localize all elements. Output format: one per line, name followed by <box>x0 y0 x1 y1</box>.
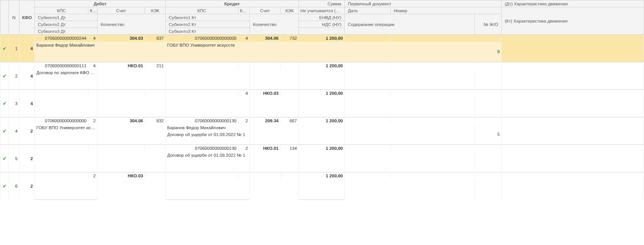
kt-sub2[interactable]: Договор об ущербе от 01.09.2022 № 1 <box>166 131 250 138</box>
kt-qty[interactable] <box>250 97 299 117</box>
row-sum[interactable]: 1 200,00 <box>299 90 345 97</box>
col-debet[interactable]: Дебет <box>35 0 166 7</box>
kt-kfo[interactable] <box>238 172 250 179</box>
row-nds[interactable] <box>299 159 345 165</box>
col-dt-kek[interactable]: КЭК <box>145 7 166 14</box>
dt-qty[interactable] <box>98 97 166 117</box>
dt-sub3[interactable] <box>35 193 98 200</box>
row-sum[interactable]: 1 200,00 <box>299 62 345 69</box>
dt-kek[interactable] <box>145 172 166 179</box>
row-sum-blank[interactable] <box>299 83 345 90</box>
kt-sub2[interactable] <box>166 49 250 55</box>
dt-kps[interactable]: 07060000000000244 <box>35 35 88 42</box>
kt-sub3[interactable] <box>166 55 250 62</box>
kt-sub2[interactable] <box>166 76 250 83</box>
row-soderzh[interactable] <box>345 152 475 172</box>
row-envd[interactable] <box>299 97 345 104</box>
row-soderzh[interactable] <box>345 179 475 200</box>
kt-kps[interactable] <box>166 62 238 69</box>
dt-sub1[interactable]: Договор по зарплате КФО 4 ... <box>35 69 98 76</box>
kt-qty[interactable] <box>250 179 299 200</box>
dt-kps[interactable] <box>35 172 88 179</box>
dt-qty[interactable] <box>98 124 166 145</box>
row-sum-blank[interactable] <box>299 165 345 172</box>
col-summa[interactable]: Сумма <box>299 0 345 7</box>
dt-kps[interactable] <box>35 90 88 97</box>
table-row[interactable]: ✔622НКО.031 200,00 <box>0 172 644 200</box>
col-dtchar[interactable]: (Дт) Характеристика движения <box>502 0 644 7</box>
dt-kek[interactable]: 832 <box>145 117 166 124</box>
dt-sub1[interactable]: Баранов Федор Михайлович <box>35 42 98 49</box>
col-sub1dt[interactable]: Субконто1 Дт <box>35 14 98 21</box>
row-nomer[interactable] <box>391 172 502 179</box>
row-number[interactable]: 1 <box>9 35 20 62</box>
col-primdoc[interactable]: Первичный документ <box>345 0 502 7</box>
row-soderzh[interactable] <box>345 42 475 62</box>
kt-acct[interactable]: НКО.03 <box>250 90 280 97</box>
dt-acct[interactable]: НКО.03 <box>98 172 145 179</box>
row-sum-blank[interactable] <box>299 138 345 145</box>
kt-acct[interactable]: 209.34 <box>250 117 280 124</box>
kt-sub3[interactable] <box>166 138 250 145</box>
col-sub3dt[interactable]: Субконто3 Дт <box>35 28 98 35</box>
dt-sub1[interactable] <box>35 97 98 104</box>
kt-kps[interactable] <box>166 172 238 179</box>
dt-sub2[interactable] <box>35 49 98 55</box>
dt-k[interactable]: 2 <box>88 172 98 179</box>
row-nomer[interactable] <box>391 117 502 124</box>
kt-sub2[interactable] <box>166 159 250 165</box>
dt-sub2[interactable] <box>35 76 98 83</box>
col-ktchar[interactable]: (Кт) Характеристика движения <box>502 7 644 35</box>
kt-kfo[interactable]: 2 <box>238 117 250 124</box>
table-row[interactable]: ✔344НКО.031 200,00 <box>0 90 644 117</box>
row-nds[interactable] <box>299 104 345 110</box>
row-date[interactable] <box>345 145 391 152</box>
col-njo[interactable]: № Ж/О <box>475 14 502 35</box>
row-nds[interactable] <box>299 131 345 138</box>
col-n[interactable]: N <box>9 0 20 35</box>
col-soderzh[interactable]: Содержание операции <box>345 14 475 35</box>
kt-kps[interactable]: 07060000000000130 <box>166 145 238 152</box>
accounting-entries-grid[interactable]: N КФО Дебет Кредит Сумма Первичный докум… <box>0 0 644 200</box>
dt-acct[interactable]: НКО.01 <box>98 62 145 69</box>
col-kt-schet[interactable]: Счет <box>250 7 280 14</box>
dt-kek[interactable]: 837 <box>145 35 166 42</box>
row-nds[interactable] <box>299 49 345 55</box>
col-check[interactable] <box>0 0 9 35</box>
col-kt-kolvo[interactable]: Количество <box>250 14 299 35</box>
row-nomer[interactable] <box>391 62 502 69</box>
row-jo[interactable] <box>475 69 502 90</box>
row-dtchar[interactable] <box>502 90 644 117</box>
kt-sub1[interactable]: Договор об ущербе от 01.09.2022 № 1 <box>166 152 250 159</box>
kt-sub3[interactable] <box>166 83 250 90</box>
kt-acct[interactable]: НКО.01 <box>250 145 280 152</box>
row-number[interactable]: 3 <box>9 90 20 117</box>
row-kfo[interactable]: 4 <box>20 90 35 117</box>
row-date[interactable] <box>345 62 391 69</box>
row-dtchar[interactable] <box>502 145 644 172</box>
dt-sub2[interactable] <box>35 104 98 110</box>
kt-kfo[interactable] <box>238 62 250 69</box>
kt-kps[interactable]: 07060000000000000 <box>166 35 238 42</box>
dt-kek[interactable] <box>145 90 166 97</box>
dt-sub1[interactable]: ГОБУ ВПО Университет иску... <box>35 124 98 131</box>
kt-kek[interactable]: 667 <box>280 117 299 124</box>
dt-acct[interactable] <box>98 90 145 97</box>
kt-kfo[interactable]: 2 <box>238 145 250 152</box>
row-dtchar[interactable] <box>502 117 644 145</box>
kt-kfo[interactable]: 4 <box>238 35 250 42</box>
col-data[interactable]: Дата <box>345 7 391 14</box>
kt-qty[interactable] <box>250 42 299 62</box>
dt-kps[interactable] <box>35 145 88 152</box>
dt-qty[interactable] <box>98 179 166 200</box>
dt-kek[interactable]: 211 <box>145 62 166 69</box>
row-jo[interactable]: 8 <box>475 42 502 62</box>
row-envd[interactable] <box>299 42 345 49</box>
kt-qty[interactable] <box>250 152 299 172</box>
row-dtchar[interactable] <box>502 35 644 62</box>
row-jo[interactable] <box>475 152 502 172</box>
row-sum[interactable]: 1 200,00 <box>299 35 345 42</box>
col-kfo[interactable]: КФО <box>20 0 35 35</box>
kt-kek[interactable] <box>280 90 299 97</box>
kt-sub2[interactable] <box>166 186 250 193</box>
